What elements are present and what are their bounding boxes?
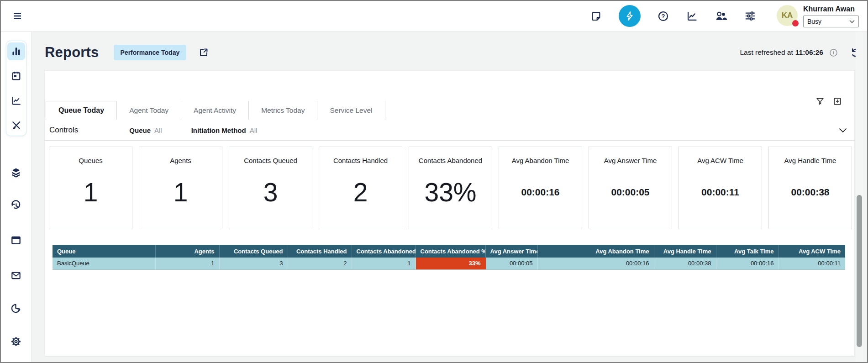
- sidebar-item-layers[interactable]: [7, 163, 25, 182]
- sidebar-item-pie-reports[interactable]: [7, 299, 25, 317]
- last-refreshed-time: 11:06:26: [795, 48, 823, 57]
- filter-icon: [815, 96, 825, 106]
- table-header-row: Queue Agents Contacts Queued Contacts Ha…: [53, 245, 845, 258]
- user-meta: Khurram Awan Busy: [803, 5, 859, 27]
- sidebar-item-designer[interactable]: [7, 116, 25, 134]
- column-header-contacts-abandoned: Contacts Abandoned: [352, 245, 416, 258]
- chevron-down-icon: [849, 20, 855, 23]
- sidebar-item-schedule[interactable]: [7, 67, 25, 85]
- svg-text:i: i: [833, 50, 834, 55]
- queue-filter-label: Queue: [129, 126, 151, 134]
- metric-value: 00:00:05: [611, 164, 649, 229]
- metric-card-agents: Agents 1: [139, 147, 222, 229]
- help-icon: ?: [657, 10, 669, 22]
- metric-card-avg-handle-time: Avg Handle Time 00:00:38: [768, 147, 852, 229]
- cell-contacts-abandoned-pct-alert: 33%: [416, 258, 485, 269]
- controls-row: Controls Queue All Initiation Method All: [49, 120, 847, 140]
- mail-icon: [10, 269, 22, 281]
- refresh-info-button[interactable]: i: [829, 48, 838, 58]
- hamburger-icon: [12, 11, 23, 21]
- column-header-avg-talk-time: Avg Talk Time: [716, 245, 779, 258]
- column-header-contacts-handled: Contacts Handled: [288, 245, 352, 258]
- sidebar-item-mail[interactable]: [7, 266, 25, 284]
- sidebar-item-history[interactable]: [7, 196, 25, 215]
- cell-agents: 1: [155, 258, 219, 269]
- notes-button[interactable]: [590, 10, 602, 22]
- vertical-scrollbar-track[interactable]: [856, 32, 863, 362]
- busy-status-dot: [792, 20, 799, 26]
- settings-sliders-button[interactable]: [744, 10, 757, 22]
- page-header: Reports Performance Today Last refreshed…: [45, 42, 862, 63]
- gear-icon: [10, 336, 22, 347]
- metric-card-avg-abandon-time: Avg Abandon Time 00:00:16: [499, 147, 582, 229]
- last-refreshed: Last refreshed at 11:06:26 i: [740, 47, 862, 58]
- tab-metrics-today[interactable]: Metrics Today: [249, 101, 317, 120]
- cell-avg-acw-time: 00:00:11: [779, 258, 845, 269]
- collapse-controls-button[interactable]: [839, 128, 847, 133]
- hamburger-menu-button[interactable]: [12, 11, 23, 21]
- sidebar-item-settings[interactable]: [7, 332, 25, 351]
- initiation-method-filter[interactable]: Initiation Method All: [191, 126, 258, 134]
- column-header-avg-abandon-time: Avg Abandon Time: [537, 245, 654, 258]
- sliders-icon: [744, 10, 757, 22]
- avatar-initials: KA: [782, 11, 793, 20]
- column-header-queue: Queue: [53, 245, 155, 258]
- user-area: KA Khurram Awan Busy: [777, 5, 859, 27]
- tab-agent-activity[interactable]: Agent Activity: [181, 101, 249, 120]
- avatar[interactable]: KA: [777, 5, 798, 26]
- pie-chart-icon: [10, 302, 22, 314]
- metric-title: Contacts Abandoned: [419, 157, 482, 164]
- queue-filter[interactable]: Queue All: [129, 126, 162, 134]
- note-icon: [590, 10, 602, 22]
- open-in-new-button[interactable]: [198, 47, 209, 58]
- metric-value: 00:00:38: [791, 164, 829, 229]
- download-button[interactable]: [832, 96, 842, 106]
- metrics-icon: [686, 10, 698, 22]
- page-title: Reports: [45, 44, 99, 61]
- cell-avg-talk-time: 00:00:16: [716, 258, 779, 269]
- vertical-scrollbar-thumb[interactable]: [857, 195, 862, 347]
- metric-card-avg-answer-time: Avg Answer Time 00:00:05: [589, 147, 672, 229]
- main-content: Reports Performance Today Last refreshed…: [32, 32, 867, 362]
- metric-value: 2: [353, 164, 368, 229]
- metric-title: Contacts Handled: [333, 157, 388, 164]
- metric-value: 00:00:11: [701, 164, 739, 229]
- queue-filter-value: All: [154, 126, 162, 134]
- sidebar-item-metrics[interactable]: [7, 92, 25, 110]
- design-icon: [11, 120, 22, 131]
- tab-agent-today[interactable]: Agent Today: [117, 101, 181, 120]
- column-header-agents: Agents: [155, 245, 219, 258]
- metric-card-avg-acw-time: Avg ACW Time 00:00:11: [679, 147, 762, 229]
- tab-service-level[interactable]: Service Level: [317, 101, 385, 120]
- layers-icon: [10, 167, 22, 179]
- sidebar-item-browser[interactable]: [7, 231, 25, 249]
- help-button[interactable]: ?: [657, 10, 669, 22]
- quick-actions-button[interactable]: [619, 5, 641, 27]
- metrics-button[interactable]: [686, 10, 698, 22]
- column-header-contacts-queued: Contacts Queued: [219, 245, 288, 258]
- queue-metrics-table: Queue Agents Contacts Queued Contacts Ha…: [53, 245, 845, 270]
- filter-button[interactable]: [815, 96, 825, 106]
- users-button[interactable]: [715, 10, 727, 22]
- sidebar-item-reports[interactable]: [7, 42, 25, 60]
- users-icon: [715, 10, 727, 22]
- metric-title: Avg Handle Time: [784, 157, 836, 164]
- cell-contacts-abandoned: 1: [352, 258, 416, 269]
- metric-value: 3: [263, 164, 278, 229]
- svg-text:?: ?: [662, 13, 665, 20]
- metric-card-queues: Queues 1: [49, 147, 132, 229]
- history-icon: [10, 200, 22, 211]
- tab-queue-today[interactable]: Queue Today: [46, 101, 117, 120]
- cell-avg-answer-time: 00:00:05: [485, 258, 537, 269]
- bar-chart-icon: [11, 46, 22, 57]
- report-tabs: Queue Today Agent Today Agent Activity M…: [46, 101, 385, 120]
- left-sidebar: [1, 32, 32, 362]
- status-select-value: Busy: [807, 18, 821, 25]
- lightning-icon: [624, 11, 635, 21]
- info-icon: i: [829, 48, 838, 58]
- last-refreshed-label: Last refreshed at: [740, 48, 793, 57]
- status-select[interactable]: Busy: [803, 16, 859, 27]
- metric-value: 1: [84, 164, 98, 229]
- controls-divider: [45, 140, 854, 141]
- chevron-down-icon: [839, 128, 847, 133]
